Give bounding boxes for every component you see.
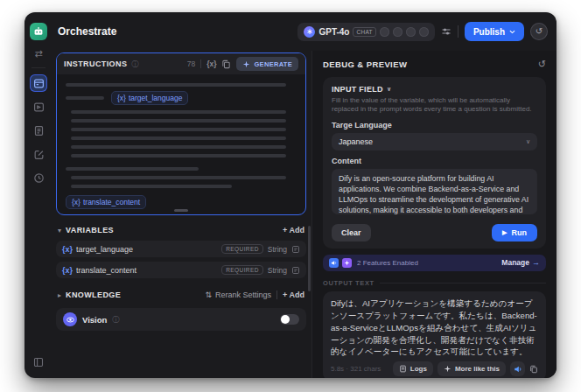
- sidebar-item-monitoring[interactable]: [30, 169, 47, 186]
- copy-output-button[interactable]: [529, 365, 538, 374]
- redacted-line: [71, 110, 286, 114]
- variable-settings-icon[interactable]: [291, 245, 300, 254]
- scrollbar-thumb[interactable]: [308, 226, 311, 291]
- history-icon: ↺: [536, 27, 542, 36]
- type-label: String: [268, 245, 287, 254]
- redacted-line: [71, 128, 286, 131]
- input-field-card: INPUT FIELD ∨ Fill in the value of the v…: [323, 77, 546, 248]
- features-enabled-label: 2 Features Enabled: [357, 259, 418, 267]
- play-icon: ▶: [502, 229, 507, 236]
- redacted-line: [66, 167, 199, 171]
- output-meta: 5.8s · 321 chars: [331, 365, 381, 373]
- redacted-line: [71, 136, 286, 140]
- add-variable-button[interactable]: + Add: [283, 226, 304, 234]
- copy-prompt-icon[interactable]: [221, 60, 231, 69]
- logs-button[interactable]: Logs: [393, 361, 433, 376]
- prompt-text-area[interactable]: {x}target_language {x}translate_content: [57, 74, 305, 213]
- input-field-header[interactable]: INPUT FIELD ∨: [332, 84, 537, 94]
- vision-toggle[interactable]: [280, 314, 299, 325]
- output-divider: [380, 283, 546, 284]
- vision-eye-icon: [63, 312, 77, 326]
- manage-features-button[interactable]: Manage →: [501, 258, 540, 267]
- prompt-window-icon: [33, 78, 45, 89]
- copy-icon: [529, 365, 538, 374]
- insert-variable-button[interactable]: {x}: [206, 60, 216, 68]
- instructions-editor[interactable]: INSTRUCTIONS ⓘ 78 {x}: [56, 52, 306, 215]
- variable-row-translate-content[interactable]: {x} translate_content REQUIRED String: [56, 262, 306, 278]
- content-label: Content: [332, 157, 537, 166]
- vision-feature-card: Vision ⓘ: [56, 308, 306, 331]
- knowledge-header[interactable]: ▸ KNOWLEDGE ⇅ Rerank Settings + Add: [56, 289, 306, 301]
- target-language-label: Targe Language: [332, 121, 537, 130]
- char-count: 78: [187, 60, 195, 68]
- capability-icon-3: [406, 27, 416, 37]
- sidebar: ⇄: [24, 12, 52, 378]
- info-icon: ⓘ: [131, 60, 138, 69]
- switch-app-icon[interactable]: ⇄: [34, 49, 42, 59]
- more-like-this-feature-icon: [342, 258, 352, 268]
- capability-icon-1: [380, 27, 389, 37]
- arrow-right-icon: →: [532, 258, 540, 267]
- info-icon: ⓘ: [112, 315, 119, 325]
- redacted-line: [71, 185, 232, 188]
- variables-title: VARIABLES: [66, 226, 114, 234]
- features-enabled-bar[interactable]: 2 Features Enabled Manage →: [323, 255, 546, 271]
- version-history-button[interactable]: ↺: [530, 23, 548, 40]
- clear-button[interactable]: Clear: [332, 224, 371, 242]
- output-text-title: OUTPUT TEXT: [323, 279, 374, 287]
- redacted-line: [71, 176, 286, 179]
- rerank-settings-button[interactable]: ⇅ Rerank Settings: [205, 290, 271, 299]
- model-parameters-sliders-icon[interactable]: [441, 26, 452, 37]
- debug-preview-title: DEBUG & PREVIEW: [323, 60, 407, 69]
- speak-audio-button[interactable]: [510, 361, 525, 376]
- openai-logo-icon: ∗: [304, 26, 315, 38]
- sidebar-item-logs[interactable]: [30, 122, 47, 139]
- output-text: Difyは、AIアプリケーションを構築するためのオープンソースプラットフォームで…: [331, 298, 538, 359]
- speaker-icon: [514, 365, 522, 374]
- publish-button[interactable]: Publish: [465, 22, 524, 41]
- knowledge-title: KNOWLEDGE: [66, 290, 121, 299]
- sidebar-item-orchestrate[interactable]: [30, 74, 47, 92]
- orchestrate-panel: INSTRUCTIONS ⓘ 78 {x}: [52, 51, 312, 378]
- panel-collapse-icon: [33, 357, 44, 368]
- collapse-sidebar-button[interactable]: [33, 357, 44, 368]
- resize-handle[interactable]: [174, 209, 188, 212]
- output-message-bubble: Difyは、AIアプリケーションを構築するためのオープンソースプラットフォームで…: [323, 291, 546, 378]
- header-divider: [458, 25, 458, 38]
- sidebar-item-annotations[interactable]: [30, 145, 47, 163]
- redacted-line: [71, 145, 286, 149]
- redacted-line: [66, 83, 286, 87]
- required-badge: REQUIRED: [221, 265, 263, 275]
- instructions-title: INSTRUCTIONS: [64, 60, 127, 68]
- chevron-down-icon: [509, 30, 515, 34]
- sidebar-divider: [32, 67, 46, 68]
- variable-chip-target-language[interactable]: {x}target_language: [111, 91, 188, 105]
- app-logo-robot-icon[interactable]: [30, 23, 47, 40]
- rerank-icon: ⇅: [205, 290, 212, 299]
- app-window: ⇄: [24, 12, 556, 378]
- model-selector[interactable]: ∗ GPT-4o CHAT: [298, 23, 434, 41]
- instructions-header: INSTRUCTIONS ⓘ 78 {x}: [57, 53, 305, 74]
- restart-conversation-icon[interactable]: ↺: [538, 59, 546, 70]
- robot-icon: [33, 26, 44, 37]
- variable-settings-icon[interactable]: [291, 266, 300, 275]
- chat-mode-badge: CHAT: [353, 27, 375, 37]
- type-label: String: [268, 266, 287, 275]
- required-badge: REQUIRED: [221, 244, 263, 254]
- variable-row-target-language[interactable]: {x} target_language REQUIRED String: [56, 241, 306, 257]
- content-textarea[interactable]: Dify is an open-source platform for buil…: [332, 169, 537, 214]
- more-like-this-button[interactable]: More like this: [438, 361, 506, 376]
- capability-icon-2: [393, 27, 402, 37]
- sidebar-item-api-access[interactable]: [30, 98, 47, 116]
- debug-preview-panel: DEBUG & PREVIEW ↺ INPUT FIELD ∨ Fill in …: [312, 51, 556, 378]
- target-language-select[interactable]: Japanese ∨: [332, 133, 537, 150]
- log-document-icon: [399, 365, 407, 373]
- add-knowledge-button[interactable]: + Add: [283, 290, 304, 299]
- input-field-description: Fill in the value of the variable, which…: [332, 96, 537, 115]
- variable-chip-translate-content[interactable]: {x}translate_content: [66, 195, 146, 209]
- clock-monitor-icon: [33, 172, 45, 184]
- top-bar: Orchestrate ∗ GPT-4o CHAT Publish: [52, 12, 556, 51]
- run-button[interactable]: ▶ Run: [492, 224, 537, 242]
- variables-header[interactable]: ▾ VARIABLES + Add: [56, 224, 306, 236]
- generate-button[interactable]: GENERATE: [236, 57, 298, 71]
